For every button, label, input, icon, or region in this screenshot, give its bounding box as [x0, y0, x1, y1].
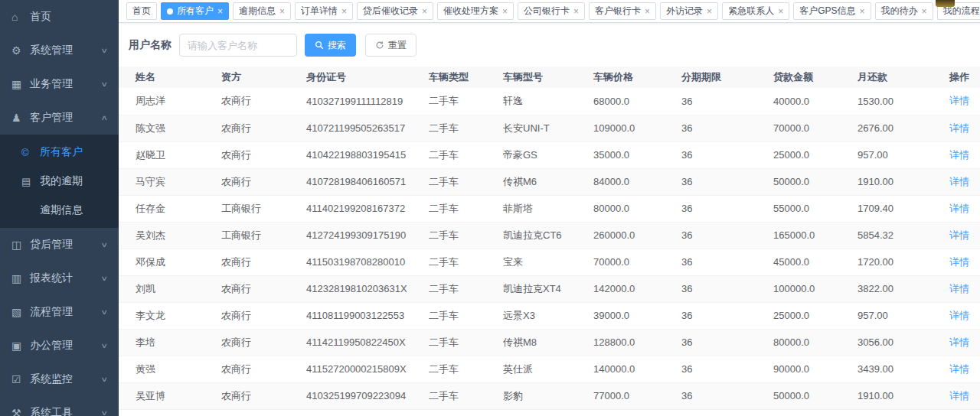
- detail-link[interactable]: 详情: [949, 390, 969, 401]
- tab[interactable]: 逾期信息 ×: [233, 2, 291, 20]
- customer-name-input[interactable]: [179, 34, 297, 57]
- cell-loan-amount: 50000.0: [773, 382, 858, 409]
- cell-vehicle-model: 英仕派: [503, 356, 593, 382]
- column-header: 车辆类型: [429, 67, 503, 88]
- tab[interactable]: 首页 ×: [126, 2, 157, 20]
- table-row: 刘凯 农商行 41232819810203631X 二手车 凯迪拉克XT4 14…: [119, 275, 980, 302]
- avatar-partial[interactable]: [936, 0, 955, 7]
- cell-monthly-payment: 3439.00: [858, 356, 946, 382]
- cell-monthly-payment: 1910.00: [858, 382, 946, 409]
- table-row: 周志洋 农商行 410327199111112819 二手车 轩逸 68000.…: [119, 88, 980, 115]
- detail-link[interactable]: 详情: [949, 229, 969, 241]
- cell-vehicle-model: 轩逸: [503, 88, 593, 115]
- detail-link[interactable]: 详情: [949, 363, 969, 375]
- sidebar-item-home[interactable]: ⌂ 首页: [0, 0, 119, 34]
- cell-vehicle-type: 二手车: [429, 249, 503, 275]
- cell-vehicle-price: 109000.0: [593, 115, 681, 141]
- cell-funder: 工商银行: [221, 195, 306, 222]
- table-row: 李培 农商行 41142119950822450X 二手车 传祺M8 12880…: [119, 329, 980, 356]
- sidebar-subitem-overdue-info[interactable]: 逾期信息: [0, 196, 119, 225]
- detail-link[interactable]: 详情: [949, 122, 969, 134]
- tab[interactable]: 公司银行卡 ×: [518, 2, 585, 20]
- cell-vehicle-price: 260000.0: [593, 222, 681, 249]
- detail-link[interactable]: 详情: [949, 149, 969, 161]
- cell-actions: 详情: [946, 356, 980, 382]
- cell-monthly-payment: 1709.40: [858, 195, 946, 222]
- table-row: 任存金 工商银行 411402199208167372 二手车 菲斯塔 8000…: [119, 195, 980, 222]
- tab-label: 我的待办: [881, 5, 918, 18]
- table-row: 马守宾 农商行 410728198406160571 二手车 传祺M6 8400…: [119, 168, 980, 195]
- sidebar-item-label: 流程管理: [30, 305, 73, 319]
- cell-loan-amount: 50000.0: [773, 168, 858, 195]
- sidebar-item-monitor[interactable]: ☑ 系统监控 ∨: [0, 362, 119, 396]
- cell-vehicle-price: 68000.0: [593, 88, 681, 115]
- cell-vehicle-type: 二手车: [429, 356, 503, 382]
- customer-table: 姓名 资方 身份证号 车辆类型 车辆型号 车辆价格 分期期限 贷款金额 月还款 …: [119, 67, 980, 416]
- sidebar-subitem-label: 我的逾期: [40, 174, 83, 188]
- tab-label: 首页: [132, 5, 151, 18]
- sidebar-item-loan[interactable]: ◫ 贷后管理 ∨: [0, 228, 119, 262]
- detail-link[interactable]: 详情: [949, 310, 969, 321]
- close-icon[interactable]: ×: [645, 7, 650, 16]
- close-icon[interactable]: ×: [922, 7, 927, 16]
- sidebar-subitem-label: 逾期信息: [40, 203, 83, 217]
- tab[interactable]: 客户银行卡 ×: [589, 2, 656, 20]
- sidebar-item-office[interactable]: ▣ 办公管理 ∨: [0, 329, 119, 362]
- detail-link[interactable]: 详情: [949, 203, 969, 214]
- close-icon[interactable]: ×: [859, 7, 864, 16]
- cell-monthly-payment: 3822.00: [858, 275, 946, 302]
- cell-term: 36: [681, 168, 773, 195]
- detail-link[interactable]: 详情: [949, 283, 969, 294]
- sidebar-item-customer[interactable]: ♟ 客户管理 ∧: [0, 101, 119, 135]
- tab[interactable]: 订单详情 ×: [295, 2, 353, 20]
- detail-link[interactable]: 详情: [949, 95, 969, 106]
- close-icon[interactable]: ×: [778, 7, 783, 16]
- cell-name: 李培: [119, 329, 221, 356]
- tab[interactable]: 所有客户 ×: [161, 2, 229, 20]
- close-icon[interactable]: ×: [217, 7, 223, 16]
- column-header: 分期期限: [681, 67, 773, 88]
- sidebar-submenu: © 所有客户 ▤ 我的逾期 逾期信息: [0, 135, 119, 228]
- close-icon[interactable]: ×: [502, 7, 508, 16]
- cell-funder: 工商银行: [221, 222, 306, 249]
- table-row: 李文龙 农商行 411081199003122553 二手车 远景X3 3900…: [119, 302, 980, 329]
- tab-bar: 首页 × 所有客户 × 逾期信息 × 订单详情 × 贷后催收记录 × 催收处理方…: [119, 0, 980, 23]
- tab[interactable]: 我的待办 ×: [875, 2, 933, 20]
- sidebar-item-system[interactable]: ⚙ 系统管理 ∨: [0, 34, 119, 67]
- cell-vehicle-price: 142000.0: [593, 275, 681, 302]
- close-icon[interactable]: ×: [341, 7, 347, 16]
- sidebar-menu: ⌂ 首页 ⚙ 系统管理 ∨ ▦ 业务管理 ∨ ♟ 客户管理 ∧ © 所有客户 ▤…: [0, 0, 119, 416]
- close-icon[interactable]: ×: [422, 7, 427, 16]
- cell-monthly-payment: 1720.00: [858, 249, 946, 275]
- sidebar-item-tools[interactable]: ⚒ 系统工具 ∨: [0, 396, 119, 416]
- tab[interactable]: 紧急联系人 ×: [722, 2, 789, 20]
- cell-funder: 农商行: [221, 356, 306, 382]
- reset-button[interactable]: 重置: [365, 34, 416, 57]
- close-icon[interactable]: ×: [573, 7, 579, 16]
- cell-name: 吴亚博: [119, 382, 221, 409]
- tab-label: 订单详情: [301, 5, 338, 18]
- detail-link[interactable]: 详情: [949, 336, 969, 348]
- cell-funder: 农商行: [221, 141, 306, 168]
- book-icon: ▤: [21, 176, 40, 187]
- tab[interactable]: 外访记录 ×: [660, 2, 718, 20]
- sidebar-item-report[interactable]: ▥ 报表统计 ∨: [0, 262, 119, 295]
- detail-link[interactable]: 详情: [949, 256, 969, 268]
- sidebar-subitem-all-customers[interactable]: © 所有客户: [0, 138, 119, 167]
- detail-link[interactable]: 详情: [949, 176, 969, 187]
- cell-actions: 详情: [946, 88, 980, 115]
- cell-loan-amount: 100000.0: [773, 275, 858, 302]
- search-button[interactable]: 搜索: [305, 34, 356, 57]
- tab[interactable]: 客户GPS信息 ×: [793, 2, 871, 20]
- sidebar-item-business[interactable]: ▦ 业务管理 ∨: [0, 67, 119, 101]
- sidebar-item-process[interactable]: ▧ 流程管理 ∨: [0, 295, 119, 329]
- tab[interactable]: 催收处理方案 ×: [437, 2, 514, 20]
- close-icon[interactable]: ×: [279, 7, 285, 16]
- cell-vehicle-type: 二手车: [429, 275, 503, 302]
- sidebar-subitem-my-overdue[interactable]: ▤ 我的逾期: [0, 167, 119, 196]
- cell-vehicle-model: 长安UNI-T: [503, 115, 593, 141]
- close-icon[interactable]: ×: [707, 7, 712, 16]
- tab[interactable]: 贷后催收记录 ×: [357, 2, 433, 20]
- cell-term: 36: [681, 141, 773, 168]
- cell-name: 吴刘杰: [119, 222, 221, 249]
